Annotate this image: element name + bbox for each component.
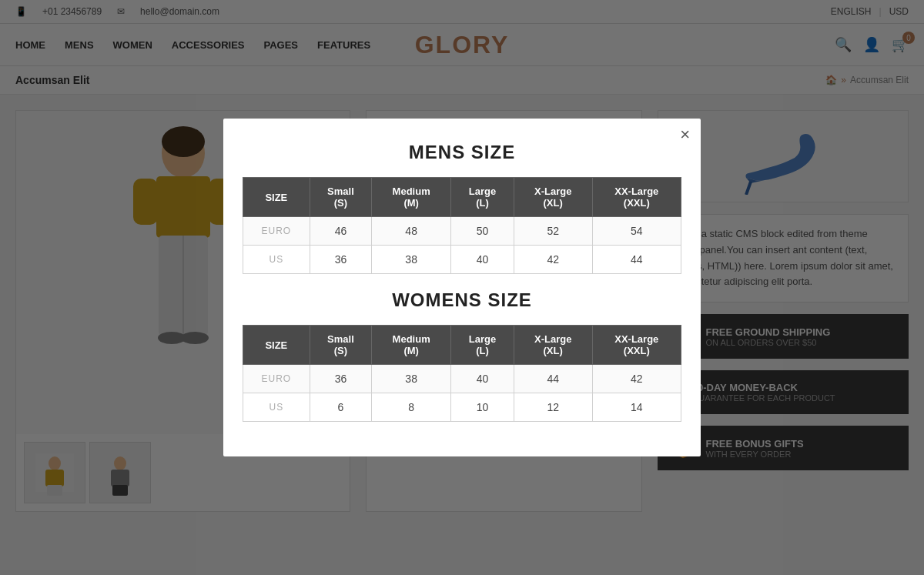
womens-us-l: 10: [451, 393, 514, 422]
mens-us-label: US: [243, 246, 310, 274]
womens-us-s: 6: [310, 393, 371, 422]
womens-euro-xl: 44: [514, 365, 592, 393]
womens-col-xxl: XX-Large(XXL): [592, 326, 681, 365]
womens-col-size: SIZE: [243, 326, 310, 365]
womens-us-m: 8: [372, 393, 451, 422]
womens-col-l: Large(L): [451, 326, 514, 365]
size-guide-modal: × MENS SIZE SIZE Small(S) Medium(M) Larg…: [223, 119, 701, 456]
mens-size-table: SIZE Small(S) Medium(M) Large(L) X-Large…: [243, 177, 681, 274]
mens-col-xxl: XX-Large(XXL): [592, 178, 681, 217]
womens-us-label: US: [243, 393, 310, 422]
mens-size-title: MENS SIZE: [243, 142, 681, 163]
mens-row-euro: EURO 46 48 50 52 54: [243, 217, 681, 246]
mens-col-m: Medium(M): [372, 178, 451, 217]
mens-euro-label: EURO: [243, 217, 310, 246]
mens-us-s: 36: [310, 246, 371, 274]
mens-us-m: 38: [372, 246, 451, 274]
womens-col-m: Medium(M): [372, 326, 451, 365]
mens-col-size: SIZE: [243, 178, 310, 217]
womens-size-table: SIZE Small(S) Medium(M) Large(L) X-Large…: [243, 325, 681, 422]
womens-size-title: WOMENS SIZE: [243, 289, 681, 311]
mens-us-l: 40: [451, 246, 514, 274]
womens-col-s: Small(S): [310, 326, 371, 365]
mens-us-xxl: 44: [592, 246, 681, 274]
modal-overlay[interactable]: × MENS SIZE SIZE Small(S) Medium(M) Larg…: [0, 0, 924, 527]
mens-row-us: US 36 38 40 42 44: [243, 246, 681, 274]
womens-euro-s: 36: [310, 365, 371, 393]
womens-row-euro: EURO 36 38 40 44 42: [243, 365, 681, 393]
mens-euro-s: 46: [310, 217, 371, 246]
womens-row-us: US 6 8 10 12 14: [243, 393, 681, 422]
mens-us-xl: 42: [514, 246, 592, 274]
womens-col-xl: X-Large(XL): [514, 326, 592, 365]
mens-euro-l: 50: [451, 217, 514, 246]
mens-col-xl: X-Large(XL): [514, 178, 592, 217]
modal-close-button[interactable]: ×: [680, 126, 690, 143]
womens-euro-xxl: 42: [592, 365, 681, 393]
mens-col-s: Small(S): [310, 178, 371, 217]
mens-euro-m: 48: [372, 217, 451, 246]
womens-euro-m: 38: [372, 365, 451, 393]
womens-us-xxl: 14: [592, 393, 681, 422]
mens-col-l: Large(L): [451, 178, 514, 217]
womens-euro-label: EURO: [243, 365, 310, 393]
mens-euro-xl: 52: [514, 217, 592, 246]
womens-euro-l: 40: [451, 365, 514, 393]
mens-euro-xxl: 54: [592, 217, 681, 246]
womens-us-xl: 12: [514, 393, 592, 422]
